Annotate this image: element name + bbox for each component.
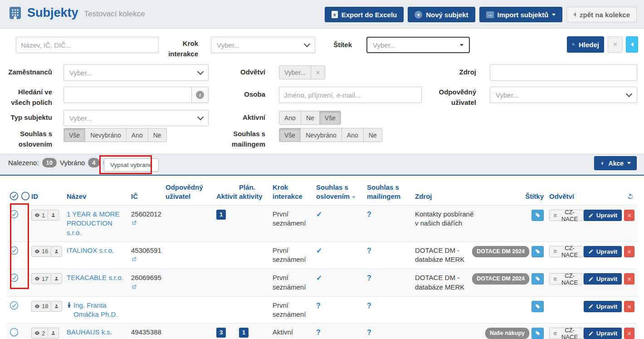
aktivni-ne[interactable]: Ne bbox=[301, 111, 320, 125]
row-checked-icon[interactable] bbox=[10, 246, 19, 255]
krok-interakce-select[interactable]: Vyber... bbox=[211, 37, 315, 53]
typ-subjektu-label: Typ subjektu bbox=[7, 113, 52, 123]
info-addon[interactable]: i bbox=[191, 87, 208, 103]
filter-panel: Krok interakce Vyber... Štítek Vyber... … bbox=[0, 28, 644, 154]
oslovenim-ano[interactable]: Ano bbox=[126, 128, 148, 142]
stitek-select[interactable]: Vyber... bbox=[366, 37, 470, 53]
subject-name-link[interactable]: 1 YEAR & MORE PRODUCTION s.r.o. bbox=[67, 210, 126, 237]
collapse-filters-button[interactable] bbox=[626, 36, 638, 53]
deselect-all-icon[interactable] bbox=[21, 192, 30, 201]
delete-button[interactable]: × bbox=[624, 273, 634, 285]
edit-button[interactable]: Upravit bbox=[584, 273, 622, 285]
search-all-fields-input[interactable] bbox=[64, 87, 191, 103]
table-row: 17 TEKACABLE s.r.o. 26069695 První sezná… bbox=[7, 269, 637, 297]
person-icon bbox=[67, 302, 72, 308]
consent-mailing-mark: ? bbox=[367, 274, 371, 282]
osoba-input[interactable] bbox=[279, 87, 422, 103]
mailingem-ne[interactable]: Ne bbox=[363, 128, 382, 142]
name-ic-dic-input[interactable] bbox=[16, 37, 159, 53]
external-link-icon[interactable] bbox=[131, 220, 137, 226]
persons-button[interactable] bbox=[51, 273, 62, 284]
souhlas-oslovenim-label: Souhlas s oslovením bbox=[7, 129, 52, 149]
row-checked-icon[interactable] bbox=[10, 273, 19, 282]
search-icon bbox=[572, 41, 575, 48]
zdroj-input[interactable] bbox=[490, 64, 637, 81]
detail-eye-button[interactable]: 17 bbox=[31, 273, 51, 284]
zamestnancu-select[interactable]: Vyber... bbox=[63, 64, 209, 81]
persons-button[interactable] bbox=[48, 210, 59, 221]
building-icon bbox=[9, 6, 21, 20]
mailingem-nevybrano[interactable]: Nevybráno bbox=[300, 128, 342, 142]
subject-name-link[interactable]: TEKACABLE s.r.o. bbox=[67, 273, 123, 282]
back-to-collections-button[interactable]: zpět na kolekce bbox=[566, 7, 637, 22]
subject-name-link[interactable]: BAUHAUS k.s. bbox=[67, 328, 112, 337]
tag-icon-button[interactable] bbox=[532, 246, 544, 257]
chevron-down-icon bbox=[626, 90, 632, 97]
row-checked-icon[interactable] bbox=[10, 210, 19, 219]
tag-icon-button[interactable] bbox=[532, 301, 544, 312]
persons-button[interactable] bbox=[48, 328, 59, 339]
consent-mailing-mark: ? bbox=[367, 211, 371, 218]
external-link-icon[interactable] bbox=[131, 284, 137, 290]
tag-icon-button[interactable] bbox=[532, 273, 544, 285]
delete-button[interactable]: × bbox=[624, 328, 634, 339]
stitek-label: Štítek bbox=[317, 40, 352, 50]
cznace-button[interactable]: CZ-NACE bbox=[549, 328, 584, 339]
edit-button[interactable]: Upravit bbox=[584, 246, 622, 257]
delete-button[interactable]: × bbox=[624, 301, 634, 312]
refresh-icon[interactable] bbox=[627, 193, 634, 201]
external-link-icon[interactable] bbox=[131, 256, 137, 262]
selected-count-badge: 4 bbox=[88, 158, 99, 167]
vypsat-vybrane-button[interactable]: Vypsat vybrané bbox=[104, 158, 159, 172]
col-plan: Plán. aktivity bbox=[236, 176, 270, 206]
oslovenim-ne[interactable]: Ne bbox=[148, 128, 167, 142]
clear-search-button[interactable]: × bbox=[608, 36, 623, 53]
odvetvi-select-button[interactable]: Vyber... bbox=[279, 65, 311, 79]
edit-button[interactable]: Upravit bbox=[584, 328, 622, 339]
table-header-row: ID Název IČ Odpovědný uživatel Aktivit P… bbox=[7, 176, 637, 206]
mailingem-ano[interactable]: Ano bbox=[342, 128, 364, 142]
typ-subjektu-select[interactable]: Vyber... bbox=[63, 110, 209, 126]
odpovedny-uzivatel-select[interactable]: Vyber... bbox=[490, 87, 637, 103]
search-button[interactable]: Hledej bbox=[567, 36, 604, 53]
edit-button[interactable]: Upravit bbox=[584, 301, 622, 312]
aktivni-vse[interactable]: Vše bbox=[319, 111, 341, 125]
interaction-step: První seznámení bbox=[270, 241, 313, 269]
detail-eye-button[interactable]: 18 bbox=[31, 301, 51, 312]
select-all-icon[interactable] bbox=[10, 192, 19, 201]
oslovenim-nevybrano[interactable]: Nevybráno bbox=[85, 128, 127, 142]
source-text: DOTACE DM - databáze MERK bbox=[412, 241, 480, 269]
osoba-label: Osoba bbox=[211, 89, 265, 100]
akce-button[interactable]: Akce bbox=[594, 156, 637, 170]
new-subject-button[interactable]: + Nový subjekt bbox=[408, 7, 475, 22]
row-checked-icon[interactable] bbox=[10, 301, 19, 310]
delete-button[interactable]: × bbox=[624, 246, 634, 257]
cznace-button[interactable]: CZ-NACE bbox=[549, 246, 584, 257]
col-mailing: Souhlas s mailingem bbox=[364, 176, 412, 206]
cznace-button[interactable]: CZ-NACE bbox=[549, 210, 584, 221]
mailingem-vse[interactable]: Vše bbox=[279, 128, 301, 142]
edit-button[interactable]: Upravit bbox=[584, 210, 622, 221]
pencil-icon bbox=[588, 213, 594, 218]
odvetvi-clear-button[interactable]: × bbox=[311, 65, 325, 79]
col-osloveni-sortable[interactable]: Souhlas s oslovením bbox=[313, 176, 364, 206]
tag-icon-button[interactable] bbox=[532, 328, 544, 339]
row-unchecked-icon[interactable] bbox=[10, 328, 19, 337]
consent-mailing-mark: ? bbox=[367, 302, 371, 310]
persons-button[interactable] bbox=[51, 246, 62, 257]
detail-eye-button[interactable]: 16 bbox=[31, 246, 51, 257]
persons-button[interactable] bbox=[51, 301, 62, 312]
cznace-button[interactable]: CZ-NACE bbox=[549, 273, 584, 285]
tag-icon-button[interactable] bbox=[532, 210, 544, 221]
souhlas-oslovenim-toggle-group: Vše Nevybráno Ano Ne bbox=[63, 128, 167, 142]
detail-eye-button[interactable]: 1 bbox=[31, 210, 48, 221]
subject-name-link[interactable]: ITALINOX s.r.o. bbox=[67, 246, 114, 255]
oslovenim-vse[interactable]: Vše bbox=[63, 128, 85, 142]
aktivni-ano[interactable]: Ano bbox=[279, 111, 301, 125]
export-excel-button[interactable]: x Export do Excelu bbox=[325, 7, 404, 22]
subject-name-link[interactable]: Ing. Franta Omáčka Ph.D. bbox=[67, 301, 126, 319]
detail-eye-button[interactable]: 2 bbox=[31, 328, 48, 339]
odvetvi-label: Odvětví bbox=[211, 67, 265, 78]
delete-button[interactable]: × bbox=[624, 210, 634, 221]
import-subjects-button[interactable]: → Import subjektů bbox=[479, 7, 563, 22]
